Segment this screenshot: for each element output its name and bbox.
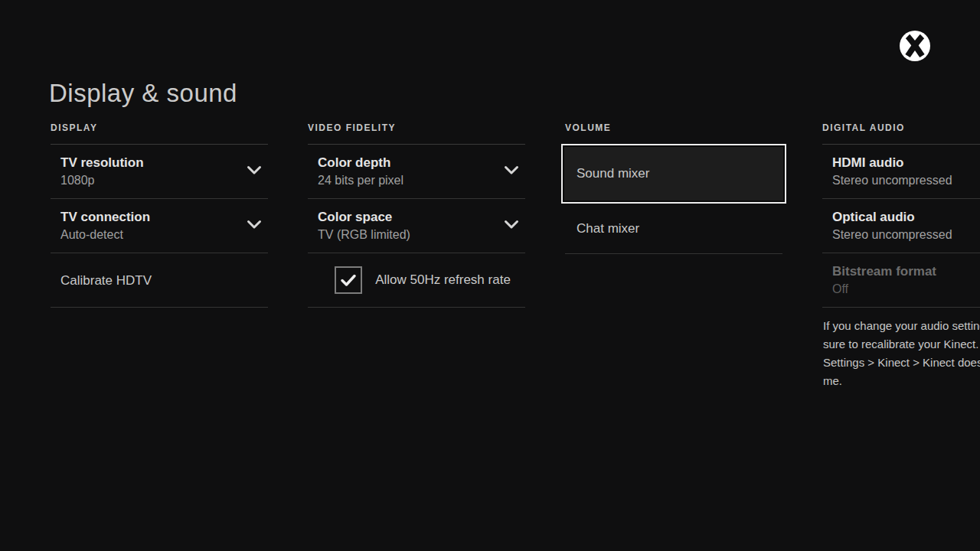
note-line: sure to recalibrate your Kinect. Go to [823,335,980,354]
setting-optical-audio[interactable]: Optical audio Stereo uncompressed [822,199,980,253]
setting-value: 1080p [60,171,268,189]
volume-section-header: VOLUME [565,122,782,144]
setting-value: Off [832,280,980,298]
setting-label: Chat mixer [577,220,782,237]
setting-tv-resolution[interactable]: TV resolution 1080p [51,145,268,199]
note-line: If you change your audio settings, be [823,317,980,335]
video-fidelity-section: VIDEO FIDELITY Color depth 24 bits per p… [308,122,525,308]
setting-tv-connection[interactable]: TV connection Auto-detect [51,199,268,253]
note-line: Settings > Kinect > Kinect doesn't hear [823,354,980,372]
page-title: Display & sound [49,79,237,108]
checkbox-label: Allow 50Hz refresh rate [375,272,511,288]
chevron-down-icon [247,219,262,233]
setting-value: 24 bits per pixel [318,171,525,189]
kinect-recalibrate-note: If you change your audio settings, be su… [823,317,980,390]
setting-label: TV connection [60,208,268,226]
setting-label: Sound mixer [577,166,649,181]
video-fidelity-section-header: VIDEO FIDELITY [308,122,525,144]
checkbox-checked[interactable] [335,266,362,294]
setting-value: Auto-detect [60,226,268,243]
setting-calibrate-hdtv[interactable]: Calibrate HDTV [51,253,268,308]
setting-bitstream-format-disabled: Bitstream format Off [822,253,980,308]
setting-label: HDMI audio [832,154,980,171]
note-line: me. [823,372,980,390]
setting-allow-50hz[interactable]: Allow 50Hz refresh rate [308,253,525,308]
setting-label: TV resolution [60,154,268,171]
setting-value: Stereo uncompressed [832,171,980,189]
chevron-down-icon [247,165,262,178]
display-section: DISPLAY TV resolution 1080p TV connectio… [51,122,268,308]
setting-chat-mixer[interactable]: Chat mixer [565,204,782,254]
setting-sound-mixer-focused[interactable]: Sound mixer [561,144,786,204]
display-section-header: DISPLAY [51,122,268,144]
setting-color-depth[interactable]: Color depth 24 bits per pixel [308,145,525,199]
chevron-down-icon [504,219,519,233]
volume-section: VOLUME Sound mixer Chat mixer [565,122,782,254]
setting-label: Calibrate HDTV [60,272,268,289]
setting-label: Color space [318,208,525,226]
digital-audio-section-header: DIGITAL AUDIO [822,122,980,144]
setting-value: Stereo uncompressed [832,226,980,243]
setting-color-space[interactable]: Color space TV (RGB limited) [308,199,525,253]
setting-hdmi-audio[interactable]: HDMI audio Stereo uncompressed [822,145,980,199]
digital-audio-section: DIGITAL AUDIO HDMI audio Stereo uncompre… [822,122,980,308]
chevron-down-icon [504,165,519,178]
setting-value: TV (RGB limited) [318,226,525,243]
xbox-logo-icon [898,29,932,63]
setting-label: Color depth [318,154,525,171]
setting-label: Optical audio [832,208,980,226]
setting-label: Bitstream format [832,262,980,280]
